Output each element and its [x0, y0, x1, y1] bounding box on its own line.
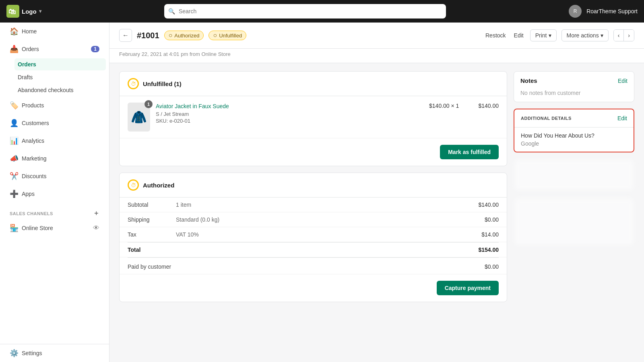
authorized-card: ⏱ Authorized Subtotal 1 item $140.00 Shi… — [119, 173, 507, 302]
unfulfilled-card-title: Unfulfilled (1) — [143, 80, 182, 87]
settings-icon: ⚙️ — [10, 349, 18, 358]
discounts-icon: ✂️ — [10, 172, 18, 181]
total-label: Total — [128, 247, 176, 253]
apps-icon: ➕ — [10, 189, 18, 198]
sidebar-item-online-store[interactable]: 🏪 Online Store 👁 — [3, 220, 106, 237]
additional-details-edit-link[interactable]: Edit — [617, 115, 627, 121]
analytics-icon: 📊 — [10, 136, 18, 145]
additional-details-title: ADDITIONAL DETAILS — [521, 116, 572, 121]
sidebar-item-discounts[interactable]: ✂️ Discounts — [3, 168, 106, 185]
sidebar-item-home[interactable]: 🏠 Home — [3, 23, 106, 40]
sidebar-label-online-store: Online Store — [22, 225, 53, 231]
subtotal-row: Subtotal 1 item $140.00 — [120, 197, 507, 212]
product-image-placeholder: 🧥 — [131, 109, 147, 125]
capture-payment-button[interactable]: Capture payment — [437, 281, 499, 295]
paid-row: Paid by customer $0.00 — [120, 258, 507, 274]
sidebar-subitem-abandoned[interactable]: Abandoned checkouts — [14, 84, 106, 96]
back-button[interactable]: ← — [119, 29, 132, 42]
product-total: $140.00 — [478, 103, 499, 109]
orders-badge: 1 — [91, 46, 99, 52]
sidebar: 🏠 Home 📥 Orders 1 Orders Drafts Abandone… — [0, 23, 109, 362]
blurred-card-1 — [514, 159, 634, 191]
sidebar-label-orders: Orders — [22, 46, 39, 52]
logo-label: Logo — [22, 8, 37, 15]
sidebar-label-marketing: Marketing — [22, 155, 46, 162]
product-quantity-badge: 1 — [144, 100, 153, 108]
sidebar-item-apps[interactable]: ➕ Apps — [3, 185, 106, 202]
sidebar-label-analytics: Analytics — [22, 138, 44, 144]
sidebar-subitem-orders[interactable]: Orders — [14, 58, 106, 70]
svg-text:🛍: 🛍 — [8, 8, 16, 16]
sidebar-label-apps: Apps — [22, 191, 35, 197]
content-main: ⏱ Unfulfilled (1) 🧥 1 Aviator Jacket in … — [119, 71, 507, 302]
sidebar-item-customers[interactable]: 👤 Customers — [3, 115, 106, 132]
nav-arrows: ‹ › — [613, 29, 634, 41]
topnav: 🛍 Logo ▾ 🔍 R RoarTheme Support — [0, 0, 644, 23]
home-icon: 🏠 — [10, 27, 18, 36]
products-icon: 🏷️ — [10, 101, 18, 110]
content-area: ⏱ Unfulfilled (1) 🧥 1 Aviator Jacket in … — [109, 63, 644, 310]
notes-title: Notes — [520, 77, 537, 84]
product-image-wrap: 🧥 1 — [128, 103, 150, 132]
authorized-status-icon: ⏱ — [128, 179, 139, 191]
search-bar: 🔍 — [53, 4, 558, 19]
tax-row: Tax VAT 10% $14.00 — [120, 227, 507, 242]
add-sales-channel-button[interactable]: ＋ — [93, 209, 100, 218]
paid-label: Paid by customer — [128, 263, 176, 270]
shipping-row: Shipping Standard (0.0 kg) $0.00 — [120, 212, 507, 227]
main-content: ← #1001 ○ Authorized ○ Unfulfilled Resto… — [109, 23, 644, 362]
subtotal-items: 1 item — [176, 202, 478, 208]
notes-card-header: Notes Edit — [514, 72, 634, 90]
search-icon: 🔍 — [168, 8, 175, 14]
sidebar-item-products[interactable]: 🏷️ Products — [3, 97, 106, 114]
order-number: #1001 — [137, 31, 159, 40]
sidebar-item-orders[interactable]: 📥 Orders 1 — [3, 41, 106, 58]
sidebar-bottom: ⚙️ Settings — [0, 344, 109, 362]
notes-card: Notes Edit No notes from customer — [514, 71, 634, 102]
tax-value: $14.00 — [481, 231, 499, 238]
content-side: Notes Edit No notes from customer ADDITI… — [514, 71, 634, 302]
sidebar-item-settings[interactable]: ⚙️ Settings — [3, 345, 106, 362]
authorized-dot-icon: ○ — [169, 32, 173, 39]
total-row: Total $154.00 — [120, 243, 507, 257]
additional-details-question: How Did You Hear About Us? — [521, 132, 627, 139]
logo-chevron-icon: ▾ — [39, 8, 41, 14]
additional-details-answer: Google — [521, 140, 627, 147]
sales-channels-label: SALES CHANNELS — [10, 211, 53, 216]
subtotal-label: Subtotal — [128, 202, 176, 208]
sidebar-item-marketing[interactable]: 📣 Marketing — [3, 150, 106, 167]
mark-fulfilled-button[interactable]: Mark as fulfilled — [440, 145, 499, 159]
sidebar-item-analytics[interactable]: 📊 Analytics — [3, 132, 106, 149]
shipping-value: $0.00 — [485, 216, 499, 223]
notes-edit-link[interactable]: Edit — [618, 78, 627, 84]
additional-details-card: ADDITIONAL DETAILS Edit How Did You Hear… — [514, 109, 634, 152]
shipping-label: Shipping — [128, 216, 176, 223]
unfulfilled-dot-icon: ○ — [213, 32, 217, 39]
more-actions-chevron-icon: ▾ — [601, 32, 603, 39]
blurred-card-2 — [514, 197, 634, 246]
order-header: ← #1001 ○ Authorized ○ Unfulfilled Resto… — [109, 23, 644, 49]
more-actions-button[interactable]: More actions ▾ — [561, 29, 609, 41]
shipping-detail: Standard (0.0 kg) — [176, 216, 485, 223]
fulfill-action: Mark as fulfilled — [120, 138, 507, 166]
product-price: $140.00 × 1 — [429, 103, 459, 109]
marketing-icon: 📣 — [10, 154, 18, 163]
unfulfilled-card-header: ⏱ Unfulfilled (1) — [120, 72, 507, 96]
total-value: $154.00 — [478, 247, 499, 253]
sidebar-subitem-drafts[interactable]: Drafts — [14, 71, 106, 83]
prev-order-button[interactable]: ‹ — [614, 30, 624, 41]
order-actions: Restock Edit Print ▾ More actions ▾ ‹ › — [484, 29, 634, 41]
product-name-link[interactable]: Aviator Jacket in Faux Suede — [156, 103, 229, 109]
logo[interactable]: 🛍 Logo ▾ — [6, 5, 41, 18]
additional-details-header: ADDITIONAL DETAILS Edit — [514, 109, 634, 128]
order-date: February 22, 2021 at 4:01 pm from Online… — [109, 49, 644, 63]
edit-button[interactable]: Edit — [512, 30, 525, 41]
sidebar-label-discounts: Discounts — [22, 173, 46, 179]
restock-button[interactable]: Restock — [484, 30, 508, 41]
next-order-button[interactable]: › — [624, 30, 634, 41]
product-sku: SKU: e-020-01 — [156, 118, 423, 124]
print-button[interactable]: Print ▾ — [530, 29, 557, 41]
search-input[interactable] — [164, 4, 446, 19]
customers-icon: 👤 — [10, 119, 18, 128]
sidebar-label-customers: Customers — [22, 120, 49, 126]
